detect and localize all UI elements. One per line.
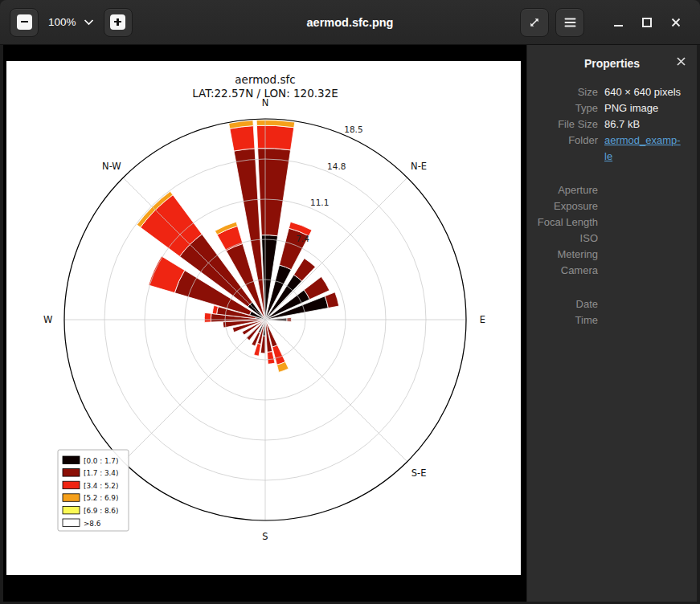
direction-label: W <box>43 314 52 325</box>
grid-spoke <box>265 320 407 462</box>
image-canvas: 7.411.114.818.5NN-EES-ESS-WWN-W [0.0 : 1… <box>3 45 526 602</box>
legend-label: [0.0 : 1.7) <box>84 457 118 465</box>
fullscreen-icon <box>528 16 541 29</box>
legend-label: [6.9 : 8.6) <box>84 507 118 515</box>
legend-label: >8.6 <box>84 520 101 528</box>
property-row-aperture: Aperture <box>527 182 697 198</box>
radial-tick-label: 18.5 <box>344 124 362 134</box>
direction-label: E <box>480 314 485 325</box>
property-row-focal-length: Focal Length <box>527 214 697 231</box>
property-row-iso: ISO <box>527 231 697 247</box>
windrose-petal-segment <box>256 125 293 150</box>
zoom-out-button[interactable] <box>10 8 39 37</box>
properties-panel: Properties Size 640 × 640 pixels Type PN… <box>526 45 697 602</box>
folder-link[interactable]: aermod_examp-le <box>604 133 685 165</box>
legend-swatch <box>63 456 80 464</box>
close-icon <box>677 57 686 66</box>
headerbar[interactable]: 100% aermod.sfc.png <box>0 0 700 45</box>
windrose-petal-segment <box>204 312 211 322</box>
window-title: aermod.sfc.png <box>307 16 394 29</box>
radial-tick-label: 11.1 <box>310 198 329 207</box>
direction-label: S <box>262 531 268 542</box>
fullscreen-button[interactable] <box>520 8 549 37</box>
legend-swatch <box>63 469 80 477</box>
windrose-petal-segment <box>258 148 291 235</box>
zoom-level-dropdown[interactable]: 100% <box>39 16 104 28</box>
property-row-date: Date <box>527 296 697 312</box>
property-row-camera: Camera <box>527 263 697 279</box>
windrose-chart: 7.411.114.818.5NN-EES-ESS-WWN-W [0.0 : 1… <box>6 61 521 575</box>
properties-title: Properties <box>584 57 640 70</box>
direction-label: N-E <box>411 161 427 172</box>
legend-label: [1.7 : 3.4) <box>84 469 118 477</box>
minimize-icon <box>614 25 623 27</box>
legend-swatch <box>63 494 80 502</box>
zoom-controls: 100% <box>0 8 133 37</box>
minimize-button[interactable] <box>607 11 629 34</box>
legend-swatch <box>63 481 80 489</box>
properties-close-button[interactable] <box>677 56 686 68</box>
property-row-folder: Folder aermod_examp-le <box>527 133 697 165</box>
zoom-in-icon <box>110 14 125 30</box>
property-row-exposure: Exposure <box>527 198 697 214</box>
legend-swatch <box>63 506 80 514</box>
zoom-out-icon <box>17 14 32 30</box>
chart-legend: [0.0 : 1.7)[1.7 : 3.4)[3.4 : 5.2)[5.2 : … <box>58 450 129 531</box>
zoom-level-value: 100% <box>48 16 76 28</box>
close-button[interactable] <box>665 11 687 34</box>
legend-label: [3.4 : 5.2) <box>84 482 118 490</box>
radial-tick-label: 7.4 <box>296 234 309 243</box>
chart-title: aermod.sfc <box>235 73 295 86</box>
direction-label: N-W <box>102 161 121 172</box>
property-row-size: Size 640 × 640 pixels <box>527 84 697 100</box>
legend-swatch <box>63 519 80 527</box>
windrose-petals <box>137 120 338 372</box>
zoom-in-button[interactable] <box>104 8 133 37</box>
maximize-button[interactable] <box>636 11 658 34</box>
property-row-filesize: File Size 86.7 kB <box>527 116 697 133</box>
image-viewer-window: 100% aermod.sfc.png <box>0 0 700 604</box>
chart-subtitle: LAT:22.57N / LON: 120.32E <box>192 87 338 100</box>
chevron-down-icon <box>84 18 94 26</box>
maximize-icon <box>642 18 652 27</box>
direction-label: S-E <box>411 467 427 479</box>
close-icon <box>671 18 681 27</box>
legend-label: [5.2 : 6.9) <box>84 494 118 502</box>
radial-tick-label: 14.8 <box>327 161 346 171</box>
grid-spoke <box>123 320 265 462</box>
property-row-type: Type PNG image <box>527 100 697 116</box>
displayed-image: 7.411.114.818.5NN-EES-ESS-WWN-W [0.0 : 1… <box>6 61 521 575</box>
property-row-metering: Metering <box>527 247 697 263</box>
hamburger-menu-icon <box>564 18 576 27</box>
menu-button[interactable] <box>555 8 584 37</box>
windrose-petal-segment <box>230 126 255 152</box>
property-row-time: Time <box>527 312 697 329</box>
